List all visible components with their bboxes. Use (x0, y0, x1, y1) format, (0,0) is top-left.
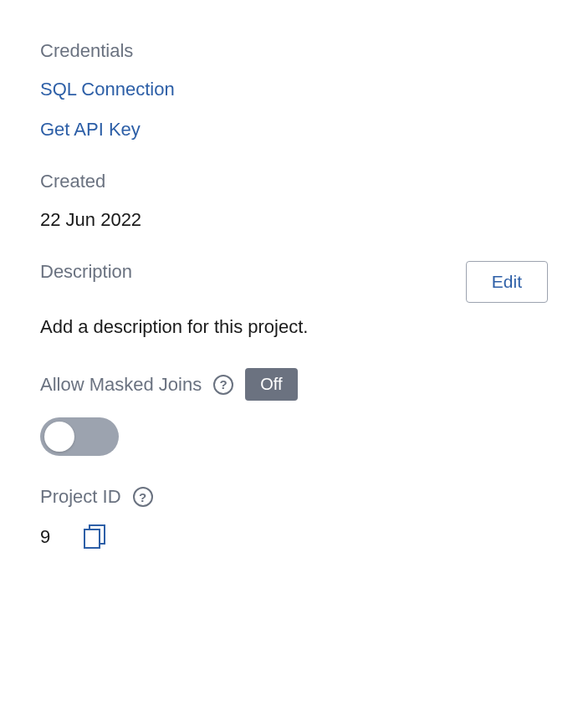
help-icon[interactable] (213, 375, 233, 395)
copy-icon[interactable] (84, 524, 105, 550)
masked-joins-badge: Off (245, 368, 297, 401)
masked-joins-label: Allow Masked Joins (40, 374, 202, 396)
get-api-key-link[interactable]: Get API Key (40, 119, 548, 141)
masked-joins-toggle[interactable] (40, 417, 119, 456)
credentials-label: Credentials (40, 40, 548, 62)
project-id-label: Project ID (40, 486, 121, 508)
description-label: Description (40, 261, 132, 283)
svg-rect-0 (84, 529, 100, 548)
help-icon[interactable] (133, 487, 153, 507)
credentials-section: Credentials SQL Connection Get API Key (40, 40, 548, 141)
masked-joins-section: Allow Masked Joins Off (40, 368, 548, 456)
description-section: Description Edit Add a description for t… (40, 261, 548, 338)
created-label: Created (40, 171, 548, 192)
edit-button[interactable]: Edit (466, 261, 548, 303)
project-id-section: Project ID 9 (40, 486, 548, 550)
sql-connection-link[interactable]: SQL Connection (40, 79, 548, 100)
created-value: 22 Jun 2022 (40, 209, 548, 231)
created-section: Created 22 Jun 2022 (40, 171, 548, 231)
project-id-value: 9 (40, 526, 50, 548)
description-placeholder: Add a description for this project. (40, 316, 548, 338)
toggle-knob (44, 422, 74, 452)
